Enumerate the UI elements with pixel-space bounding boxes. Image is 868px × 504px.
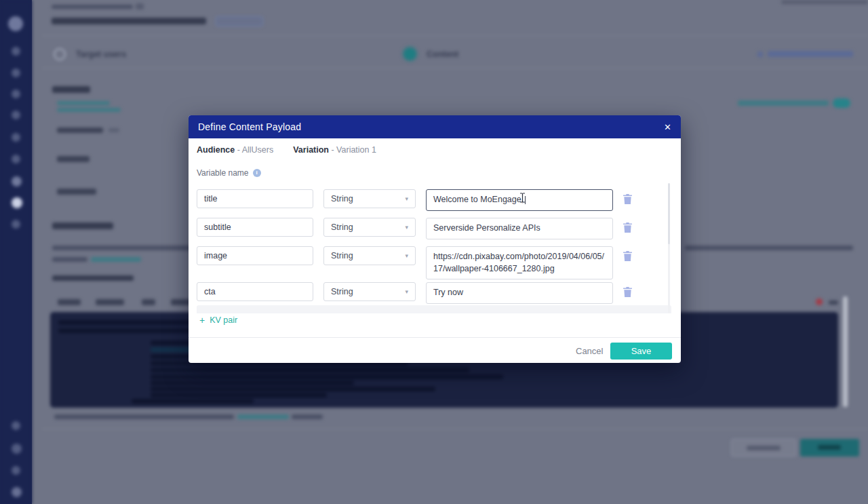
delete-row-icon[interactable] [623, 222, 632, 233]
step1-label[interactable]: Target users [76, 50, 126, 59]
chevron-down-icon: ▾ [405, 195, 408, 202]
sidebar-icon-gear[interactable] [12, 487, 22, 497]
modal-header: Define Content Payload ✕ [189, 115, 681, 138]
audience-value: - AllUsers [237, 145, 273, 155]
divider [42, 35, 868, 36]
topbar-link[interactable] [768, 51, 853, 57]
ibeam-cursor [519, 193, 526, 203]
divider [42, 429, 868, 429]
note-text-2 [292, 414, 323, 419]
sidebar-icon-journeys[interactable] [12, 133, 20, 142]
sidebar-icon-segments[interactable] [12, 69, 20, 77]
audience-link-line1[interactable] [57, 101, 110, 105]
sidebar-icon-help[interactable] [12, 421, 20, 430]
variable-name-label: Variable name i [197, 168, 261, 178]
sidebar-nav [0, 0, 32, 504]
modal-context-line: Audience - AllUsers Variation - Variatio… [197, 145, 376, 155]
sidebar-icon-settings-wrench[interactable] [12, 197, 22, 208]
variable-name-input[interactable] [197, 218, 313, 237]
audience-link-line2[interactable] [57, 108, 121, 112]
chevron-down-icon: ▾ [405, 288, 408, 295]
modal-title: Define Content Payload [198, 121, 301, 132]
variable-value-input[interactable]: Try now [426, 282, 613, 304]
sidebar-icon-campaigns[interactable] [12, 90, 20, 98]
variable-name-input[interactable] [197, 246, 313, 265]
topbar-right-strip [781, 0, 868, 4]
delete-row-icon[interactable] [623, 194, 632, 204]
variable-value-input[interactable]: Serverside Personalize APIs [426, 218, 613, 239]
field-label-1 [57, 128, 103, 133]
variation-value: - Variation 1 [331, 145, 376, 155]
chevron-down-icon: ▾ [405, 252, 408, 259]
divider [42, 68, 868, 69]
field-label-2 [57, 156, 90, 162]
audience-heading [52, 86, 90, 93]
sidebar-icon-templates[interactable] [12, 176, 22, 187]
breadcrumb-badge [136, 3, 144, 9]
toggle-label [738, 100, 829, 106]
code-tab-curl[interactable] [58, 299, 81, 305]
field-label-3 [57, 189, 96, 195]
variable-type-select[interactable]: String ▾ [323, 246, 416, 265]
note-link[interactable] [237, 414, 289, 419]
step2-circle-icon [403, 47, 416, 60]
step1-circle-icon [54, 48, 66, 60]
variable-type-select[interactable]: String ▾ [323, 282, 416, 301]
secondary-button[interactable] [731, 439, 796, 457]
variable-type-select[interactable]: String ▾ [323, 218, 416, 237]
chevron-down-icon: ▾ [405, 224, 408, 231]
paragraph-line1-right [685, 246, 853, 250]
sidebar-icon-content[interactable] [12, 155, 20, 163]
cancel-button[interactable]: Cancel [576, 346, 603, 356]
sidebar-icon-user[interactable] [12, 466, 20, 475]
next-row-peek [197, 305, 671, 313]
variation-label: Variation [293, 145, 329, 155]
chevron-left-icon[interactable] [757, 52, 763, 57]
define-content-payload-modal: Define Content Payload ✕ Audience - AllU… [189, 115, 681, 363]
step2-label[interactable]: Content [427, 50, 458, 59]
note-text [54, 414, 234, 419]
feature-toggle[interactable] [833, 98, 850, 108]
primary-button[interactable] [800, 439, 859, 457]
info-icon[interactable]: i [253, 169, 261, 177]
variable-value-input[interactable]: https://cdn.pixabay.com/photo/2019/04/06… [426, 246, 613, 279]
modal-scrollbar[interactable] [668, 183, 670, 313]
audience-label: Audience [197, 145, 235, 155]
plus-icon: + [199, 315, 205, 326]
templates-heading [52, 222, 113, 229]
field-hint-1 [108, 128, 119, 132]
sidebar-icon-apps[interactable] [12, 220, 20, 229]
add-kv-pair-button[interactable]: + KV pair [199, 315, 237, 326]
close-icon[interactable]: ✕ [664, 123, 671, 132]
app-logo-icon[interactable] [8, 16, 23, 31]
record-dot-icon [816, 298, 823, 305]
code-section-label [52, 275, 134, 281]
code-tab-go[interactable] [142, 299, 155, 305]
page-title [52, 18, 206, 24]
variable-type-select[interactable]: String ▾ [323, 189, 416, 208]
modal-footer-divider [189, 337, 681, 338]
sidebar-icon-dashboard[interactable] [12, 47, 20, 56]
code-tab-python[interactable] [96, 299, 124, 305]
breadcrumb [52, 5, 133, 9]
sidebar-icon-analytics[interactable] [12, 111, 20, 119]
code-tab-extra [829, 301, 838, 305]
sidebar-icon-notifications[interactable] [12, 444, 22, 454]
save-button[interactable]: Save [610, 343, 672, 360]
paragraph-link[interactable] [91, 257, 141, 262]
delete-row-icon[interactable] [623, 251, 632, 261]
page-title-badge [216, 16, 263, 26]
paragraph-line2 [52, 257, 87, 262]
code-scrollbar[interactable] [843, 296, 848, 407]
delete-row-icon[interactable] [623, 287, 632, 297]
variable-name-input[interactable] [197, 189, 313, 208]
variable-name-input[interactable] [197, 282, 313, 301]
